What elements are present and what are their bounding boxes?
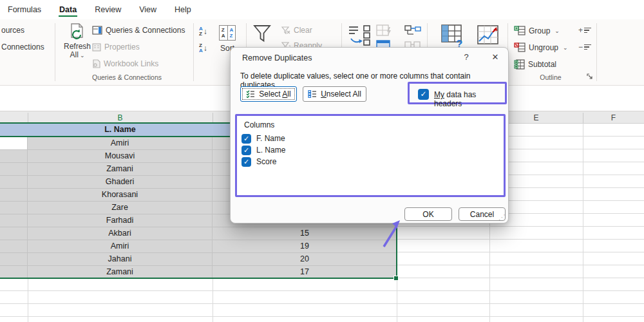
tab-review[interactable]: Review <box>93 1 122 19</box>
queries-connections-button[interactable]: Queries & Connections <box>92 26 185 35</box>
refresh-all-label2: All⌄ <box>70 51 85 60</box>
forecast-sheet-icon <box>477 23 500 49</box>
column-list-item[interactable]: ✓ Score <box>242 156 500 167</box>
cell-score[interactable]: 19 <box>213 240 397 252</box>
cell-score[interactable]: 15 <box>213 227 397 240</box>
flash-fill-button[interactable] <box>376 24 392 37</box>
subtotal-button[interactable]: Subtotal <box>514 59 556 70</box>
cell-col-a[interactable] <box>0 240 28 252</box>
sort-za-button[interactable]: ZA ↓ <box>199 43 207 53</box>
arrow-down-icon: ↓ <box>204 27 207 36</box>
group-icon <box>514 26 526 35</box>
sort-dialog-icon: ZA AZ <box>219 25 236 41</box>
column-checkbox-label: L. Name <box>256 146 285 155</box>
recent-sources-label-cut[interactable]: ources <box>1 26 24 35</box>
tab-data[interactable]: Data <box>58 1 78 19</box>
chevron-down-icon: ⌄ <box>554 28 560 34</box>
existing-connections-label-cut[interactable]: Connections <box>1 43 44 52</box>
column-header-F[interactable]: F <box>583 111 644 124</box>
select-all-button[interactable]: Select All <box>240 86 297 102</box>
consolidate-icon <box>404 24 421 36</box>
table-row[interactable]: Jahani 20 <box>0 253 397 266</box>
arrow-down-icon: ↓ <box>204 44 207 53</box>
tab-formulas[interactable]: Formulas <box>6 1 43 19</box>
cell-name[interactable]: Ghaderi <box>28 176 213 188</box>
unselect-all-icon <box>308 90 317 98</box>
queries-connections-icon <box>92 26 102 35</box>
tab-help[interactable]: Help <box>173 1 193 19</box>
text-to-columns-icon <box>347 23 372 48</box>
table-row[interactable]: Amiri 19 <box>0 240 397 253</box>
cell-name[interactable]: Amiri <box>28 240 213 252</box>
cell-score[interactable]: 17 <box>213 266 397 278</box>
ok-button[interactable]: OK <box>404 207 452 221</box>
ungroup-icon <box>514 43 526 52</box>
outline-dialog-launcher[interactable] <box>587 73 594 80</box>
column-checkbox[interactable]: ✓ <box>242 146 251 155</box>
table-row[interactable]: Zamani 17 <box>0 266 397 279</box>
selection-border-bottom <box>0 278 397 279</box>
column-checkbox[interactable]: ✓ <box>242 134 251 144</box>
cell-name[interactable]: Zare <box>28 202 213 214</box>
cell-name[interactable]: Jahani <box>28 253 213 265</box>
column-list-item[interactable]: ✓ F. Name <box>242 133 500 144</box>
plus-icon: + <box>578 26 583 35</box>
my-data-has-headers-checkbox[interactable]: ✓ <box>418 89 429 100</box>
annotation-box-columns: Columns ✓ F. Name ✓ L. Name ✓ Score <box>235 114 506 197</box>
cell-col-a[interactable] <box>0 137 28 149</box>
cell-col-a[interactable] <box>0 214 28 227</box>
refresh-all-button[interactable]: Refresh All⌄ <box>61 22 94 60</box>
cell-name[interactable]: Mousavi <box>28 150 213 162</box>
cell-name[interactable]: Farhadi <box>28 214 213 227</box>
cell-col-a[interactable] <box>0 189 28 201</box>
resize-grip-icon[interactable]: ⋰ <box>498 213 505 222</box>
cell-col-a[interactable] <box>0 176 28 188</box>
select-all-icon <box>246 90 255 98</box>
annotation-box-headers: ✓ My data has headers <box>408 82 507 104</box>
column-checkbox[interactable]: ✓ <box>242 157 251 167</box>
cell-col-a[interactable] <box>0 253 28 265</box>
fill-handle[interactable] <box>393 276 399 281</box>
show-detail-button[interactable]: + <box>578 26 591 35</box>
cell-name[interactable]: Zamani <box>28 266 213 278</box>
forecast-sheet-button[interactable] <box>477 23 500 49</box>
annotation-arrow <box>379 216 406 250</box>
dialog-launcher-icon <box>587 73 594 80</box>
table-row[interactable]: Akbari 15 <box>0 227 397 240</box>
filter-button[interactable] <box>252 23 272 45</box>
sort-za-icon: ZA <box>199 43 203 53</box>
cell-score[interactable]: 20 <box>213 253 397 265</box>
close-icon[interactable]: ✕ <box>489 52 501 62</box>
tab-view[interactable]: View <box>138 1 158 19</box>
cell-col-a[interactable] <box>0 266 28 278</box>
cell-col-a[interactable] <box>0 150 28 162</box>
cell-col-a[interactable] <box>0 202 28 214</box>
workbook-links-button[interactable]: Workbook Links <box>92 59 158 68</box>
cell-col-a[interactable] <box>0 227 28 240</box>
clear-filter-icon <box>281 26 290 35</box>
dialog-title: Remove Duplicates <box>242 53 312 62</box>
consolidate-button[interactable] <box>404 24 421 36</box>
properties-button[interactable]: Properties <box>92 43 140 52</box>
hide-detail-button[interactable]: − <box>578 43 591 52</box>
cell-col-a[interactable] <box>0 163 28 175</box>
column-list-item[interactable]: ✓ L. Name <box>242 144 500 156</box>
ungroup-button[interactable]: Ungroup ⌄ <box>514 43 568 52</box>
cell-name[interactable]: Zamani <box>28 163 213 175</box>
refresh-icon <box>67 22 88 43</box>
what-if-analysis-button[interactable]: ? <box>440 23 464 49</box>
my-data-has-headers-label[interactable]: My data has headers <box>434 90 505 108</box>
properties-icon <box>92 43 101 52</box>
ribbon-divider <box>596 23 597 81</box>
text-to-columns-button[interactable] <box>347 23 372 48</box>
clear-filter-button[interactable]: Clear <box>281 26 312 35</box>
cell-name[interactable]: Amiri <box>28 137 213 149</box>
cell-name[interactable]: Khorasani <box>28 189 213 201</box>
sort-az-button[interactable]: AZ ↓ <box>199 26 207 37</box>
outline-group-label: Outline <box>540 73 561 81</box>
unselect-all-button[interactable]: Unselect All <box>303 86 366 102</box>
group-button[interactable]: Group ⌄ <box>514 26 560 35</box>
help-icon[interactable]: ? <box>461 52 471 62</box>
cell-name[interactable]: Akbari <box>28 227 213 240</box>
columns-list: ✓ F. Name ✓ L. Name ✓ Score <box>242 133 500 167</box>
